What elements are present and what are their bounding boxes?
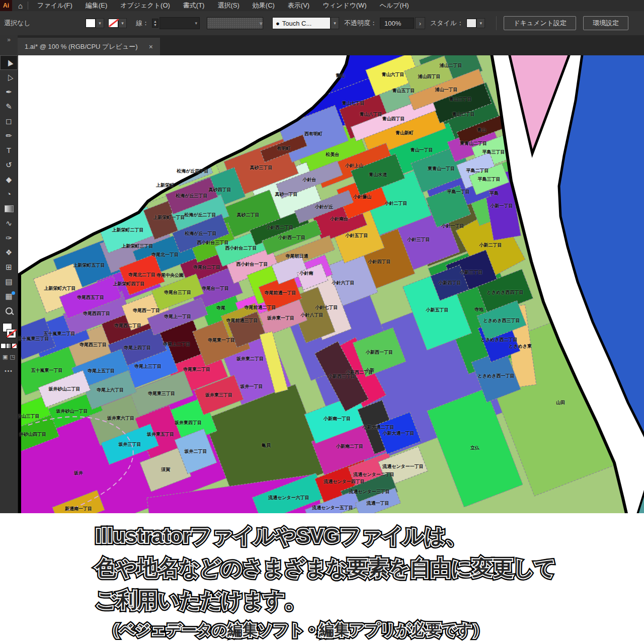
- toolbar: ▶▷✒✎◻✏T↺◆◔∿✑❖⊞▤▦ ▣ ◳ •••: [0, 55, 18, 513]
- app-logo: Ai: [0, 0, 12, 11]
- rotate-tool[interactable]: ↺: [0, 157, 18, 172]
- none-mode-icon[interactable]: [12, 343, 17, 349]
- tab-bar: » 1.ai* @ 100 % (RGB/CPU プレビュー) ×: [0, 35, 644, 55]
- caption: IllustratorファイルやSVGファイルは、Illustratorファイル…: [0, 513, 644, 644]
- menu-items: ファイル(F)編集(E)オブジェクト(O)書式(T)選択(S)効果(C)表示(V…: [37, 1, 422, 10]
- menu-window[interactable]: ウィンドウ(W): [323, 2, 366, 9]
- home-icon[interactable]: ⌂: [18, 2, 23, 10]
- document-setup-button[interactable]: ドキュメント設定: [504, 16, 576, 30]
- map-artwork[interactable]: [18, 55, 644, 513]
- fill-stroke-indicator[interactable]: [2, 323, 17, 340]
- stroke-none-swatch[interactable]: [7, 329, 16, 338]
- opacity-label: 不透明度：: [344, 19, 377, 28]
- type-tool[interactable]: T: [0, 143, 18, 157]
- brush-dropdown-caret[interactable]: ▾: [331, 17, 339, 29]
- illustrator-window: Ai ⌂ ファイル(F)編集(E)オブジェクト(O)書式(T)選択(S)効果(C…: [0, 0, 644, 644]
- zoom-tool[interactable]: [0, 303, 18, 318]
- document-tab[interactable]: 1.ai* @ 100 % (RGB/CPU プレビュー) ×: [18, 38, 160, 55]
- blend-tool[interactable]: ❖: [0, 245, 18, 260]
- curvature-tool[interactable]: ✎: [0, 99, 18, 114]
- pen-tool[interactable]: ✒: [0, 85, 18, 99]
- menu-edit[interactable]: 編集(E): [86, 2, 107, 9]
- river-island: [509, 55, 571, 153]
- stroke-weight-stepper[interactable]: ▲▼: [152, 19, 158, 28]
- brush-definition-dropdown[interactable]: ●Touch C...: [272, 17, 331, 29]
- tab-close-icon[interactable]: ×: [149, 43, 153, 51]
- opacity-expand-icon[interactable]: ›: [415, 17, 425, 29]
- color-mode-strip: [1, 343, 17, 349]
- paintbrush-tool[interactable]: ✏: [0, 128, 18, 143]
- graph-tool[interactable]: ▦: [0, 289, 18, 303]
- document-tab-title: 1.ai* @ 100 % (RGB/CPU プレビュー): [25, 42, 138, 51]
- more-tools-icon[interactable]: •••: [5, 368, 13, 374]
- tool-list: ▶▷✒✎◻✏T↺◆◔∿✑❖⊞▤▦: [0, 55, 18, 318]
- stroke-swatch[interactable]: ▾: [108, 18, 127, 28]
- far-riverbank: [637, 480, 644, 513]
- style-swatch[interactable]: ▾: [466, 18, 485, 28]
- preferences-button[interactable]: 環境設定: [583, 16, 628, 30]
- menu-help[interactable]: ヘルプ(H): [380, 2, 409, 9]
- menu-effect[interactable]: 効果(C): [253, 2, 275, 9]
- draw-normal-icon[interactable]: ▣: [3, 354, 8, 360]
- gradient-mode-icon[interactable]: [6, 343, 12, 349]
- rectangle-tool[interactable]: ◻: [0, 114, 18, 128]
- brush-dot-icon: ●: [276, 20, 280, 27]
- shaper-tool[interactable]: ◔: [0, 187, 18, 201]
- selection-tool[interactable]: ▶: [0, 55, 18, 70]
- options-separator: [496, 16, 497, 30]
- eyedropper-tool[interactable]: ✑: [0, 230, 18, 245]
- shape-builder-tool[interactable]: ⊞: [0, 260, 18, 274]
- artboard-tool[interactable]: ▤: [0, 274, 18, 289]
- control-bar: 選択なし ▾ ▾ 線： ▲▼ ▾ ▾ ●Touch C... ▾ 不透明度： 1…: [0, 11, 644, 36]
- stroke-weight-dropdown[interactable]: ▾: [159, 17, 200, 29]
- menu-separator: [28, 2, 28, 10]
- menu-object[interactable]: オブジェクト(O): [120, 2, 170, 9]
- document-canvas[interactable]: 坂井山田亀貝寺地立仏青山青山七丁目青山六丁目浦山二丁目浦山四丁目青山五丁目浦山一…: [18, 55, 644, 513]
- panel-collapse-icon[interactable]: »: [0, 35, 18, 56]
- fill-swatch[interactable]: ▾: [86, 18, 104, 28]
- width-tool[interactable]: ∿: [0, 216, 18, 230]
- menu-view[interactable]: 表示(V): [288, 2, 309, 9]
- drawing-modes: ▣ ◳: [3, 354, 15, 360]
- menu-bar: Ai ⌂ ファイル(F)編集(E)オブジェクト(O)書式(T)選択(S)効果(C…: [0, 0, 644, 11]
- gradient-tool[interactable]: [0, 201, 18, 216]
- menu-select[interactable]: 選択(S): [217, 2, 239, 9]
- style-label: スタイル：: [430, 19, 463, 28]
- menu-file[interactable]: ファイル(F): [37, 2, 72, 9]
- color-mode-icon[interactable]: [1, 343, 6, 349]
- direct-selection-tool[interactable]: ▷: [0, 70, 18, 85]
- eraser-tool[interactable]: ◆: [0, 172, 18, 187]
- stroke-weight-label: 線：: [136, 19, 149, 28]
- draw-behind-icon[interactable]: ◳: [10, 354, 15, 360]
- workspace: ▶▷✒✎◻✏T↺◆◔∿✑❖⊞▤▦ ▣ ◳ •••: [0, 55, 644, 513]
- menu-type[interactable]: 書式(T): [183, 2, 205, 9]
- variable-width-profile-dropdown[interactable]: ▾: [207, 17, 263, 29]
- selection-status: 選択なし: [0, 19, 86, 28]
- opacity-input[interactable]: 100%: [380, 18, 414, 29]
